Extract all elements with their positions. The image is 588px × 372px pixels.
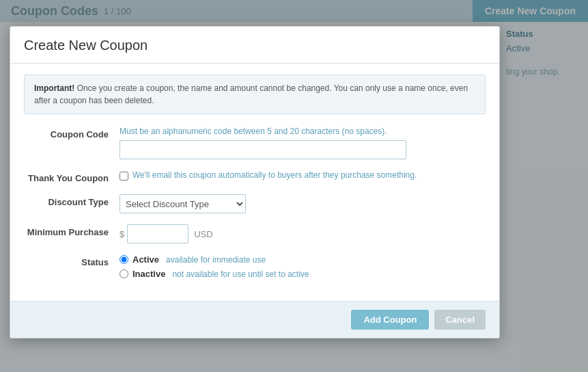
- notice-text: Once you create a coupon, the name and a…: [34, 83, 468, 105]
- important-notice: Important! Once you create a coupon, the…: [24, 75, 486, 114]
- modal-title: Create New Coupon: [24, 38, 486, 53]
- currency-symbol: $: [120, 229, 124, 239]
- min-purchase-area: $ USD: [120, 224, 486, 243]
- thank-you-checkbox[interactable]: [120, 172, 128, 181]
- thank-you-checkbox-label: We'll email this coupon automatically to…: [132, 170, 417, 180]
- coupon-code-label: Coupon Code: [24, 127, 120, 140]
- coupon-code-row: Coupon Code Must be an alphanumeric code…: [24, 127, 486, 159]
- thank-you-content: We'll email this coupon automatically to…: [120, 170, 486, 181]
- minimum-purchase-row: Minimum Purchase $ USD: [24, 224, 486, 243]
- coupon-code-hint: Must be an alphanumeric code between 5 a…: [120, 127, 486, 136]
- minimum-purchase-content: $ USD: [120, 224, 486, 243]
- create-coupon-modal: Create New Coupon Important! Once you cr…: [10, 26, 500, 338]
- status-active-name: Active: [132, 254, 159, 265]
- status-options: Active available for immediate use Inact…: [120, 254, 486, 279]
- thank-you-label: Thank You Coupon: [24, 170, 120, 183]
- discount-type-row: Discount Type Select Discount Type Perce…: [24, 194, 486, 213]
- modal-header: Create New Coupon: [10, 27, 499, 64]
- status-inactive-radio[interactable]: [120, 269, 128, 278]
- discount-type-select[interactable]: Select Discount Type Percentage Off Fixe…: [120, 194, 246, 213]
- thank-you-checkbox-area: We'll email this coupon automatically to…: [120, 170, 486, 181]
- status-active-option: Active available for immediate use: [120, 254, 486, 265]
- discount-type-content: Select Discount Type Percentage Off Fixe…: [120, 194, 486, 213]
- status-label: Status: [24, 254, 120, 267]
- discount-type-label: Discount Type: [24, 194, 120, 207]
- cancel-button[interactable]: Cancel: [434, 310, 486, 330]
- minimum-purchase-label: Minimum Purchase: [24, 224, 120, 237]
- modal-footer: Add Coupon Cancel: [10, 301, 499, 338]
- status-row: Status Active available for immediate us…: [24, 254, 486, 279]
- add-coupon-button[interactable]: Add Coupon: [351, 310, 429, 330]
- status-inactive-name: Inactive: [132, 269, 165, 279]
- coupon-code-input[interactable]: [120, 140, 406, 159]
- minimum-purchase-input[interactable]: [127, 224, 188, 243]
- currency-code-label: USD: [194, 229, 212, 239]
- thank-you-row: Thank You Coupon We'll email this coupon…: [24, 170, 486, 183]
- status-content: Active available for immediate use Inact…: [120, 254, 486, 279]
- notice-bold: Important!: [34, 83, 74, 93]
- status-inactive-desc: not available for use until set to activ…: [172, 269, 309, 279]
- status-inactive-option: Inactive not available for use until set…: [120, 269, 486, 279]
- status-active-radio[interactable]: [120, 255, 128, 264]
- coupon-code-content: Must be an alphanumeric code between 5 a…: [120, 127, 486, 159]
- modal-body: Important! Once you create a coupon, the…: [10, 64, 499, 301]
- status-active-desc: available for immediate use: [166, 255, 266, 265]
